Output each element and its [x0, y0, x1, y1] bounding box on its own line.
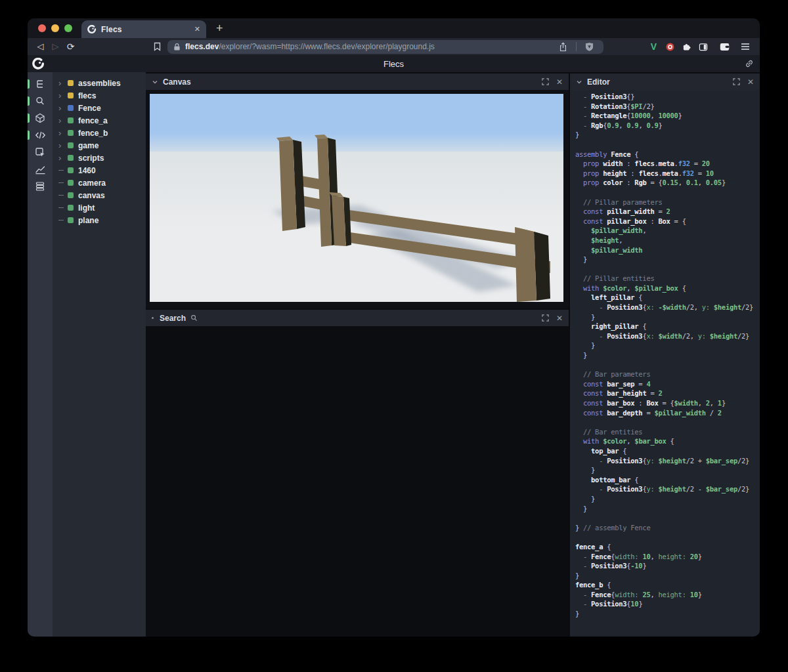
tree-item-flecs[interactable]: ›flecs: [53, 89, 146, 102]
entity-tree: ›assemblies›flecs›Fence›fence_a›fence_b›…: [53, 72, 146, 637]
tree-item-label: scripts: [78, 154, 104, 163]
leaf-dash-icon: [58, 220, 66, 221]
wallet-icon[interactable]: [716, 43, 733, 51]
reload-button[interactable]: ⟳: [63, 38, 78, 55]
code-line: - Position3{10}: [575, 599, 758, 609]
editor-panel-header[interactable]: Editor ✕: [570, 74, 760, 90]
canvas-panel-header[interactable]: Canvas ✕: [146, 74, 569, 90]
entity-kind-swatch: [68, 130, 74, 136]
code-line: - Position3{x: $width/2, y: $height/2}: [575, 331, 758, 341]
lock-icon: [173, 43, 181, 51]
share-icon[interactable]: [555, 42, 571, 52]
menu-icon[interactable]: [737, 43, 753, 51]
close-window-button[interactable]: [38, 24, 46, 32]
canvas-panel: Canvas ✕: [146, 74, 569, 308]
tool-tree-view[interactable]: [28, 75, 53, 93]
tool-search[interactable]: [28, 93, 53, 110]
tree-item-fence_a[interactable]: ›fence_a: [53, 114, 146, 127]
leaf-dash-icon: [58, 182, 66, 184]
entity-kind-swatch: [68, 155, 74, 161]
tool-data-stack[interactable]: [28, 178, 53, 195]
code-line: [575, 532, 758, 542]
sidebar-toggle-icon[interactable]: [695, 43, 711, 51]
browser-tab[interactable]: Flecs ✕: [81, 20, 206, 38]
code-line: }: [575, 494, 758, 504]
code-line: fence_a {: [575, 542, 758, 552]
tool-inspector[interactable]: [28, 144, 53, 161]
expand-chevron-icon[interactable]: ›: [58, 141, 66, 150]
extensions-puzzle-icon[interactable]: [678, 43, 695, 51]
close-panel-icon[interactable]: ✕: [556, 314, 563, 322]
tree-item-light[interactable]: light: [53, 201, 146, 214]
code-line: right_pillar {: [575, 322, 758, 331]
search-icon: [190, 314, 198, 322]
code-line: const bar_sep = 4: [575, 379, 758, 389]
code-line: with $color, $bar_box {: [575, 436, 758, 446]
collapse-chevron-icon[interactable]: [576, 79, 582, 85]
code-line: - Rgb{0.9, 0.9, 0.9}: [575, 121, 758, 131]
code-line: }: [575, 504, 758, 514]
vue-devtools-icon[interactable]: V: [646, 41, 662, 52]
code-line: - Position3{}: [575, 92, 758, 102]
expand-chevron-icon[interactable]: ›: [58, 104, 66, 112]
search-panel: Search ✕: [146, 310, 569, 637]
tool-stats-chart[interactable]: [28, 161, 53, 178]
tree-item-plane[interactable]: plane: [53, 214, 146, 226]
tool-code-editor[interactable]: [28, 127, 53, 144]
3d-viewport[interactable]: [150, 94, 563, 302]
tree-item-camera[interactable]: camera: [53, 177, 146, 189]
collapsed-dot-icon[interactable]: [152, 317, 154, 319]
close-panel-icon[interactable]: ✕: [556, 78, 563, 86]
extension-red-icon[interactable]: [662, 43, 678, 51]
minimize-window-button[interactable]: [51, 24, 59, 32]
address-bar[interactable]: flecs.dev/explorer/?wasm=https://www.fle…: [167, 40, 603, 54]
code-line: left_pillar {: [575, 293, 758, 303]
collapse-chevron-icon[interactable]: [152, 79, 158, 85]
code-line: } // assembly Fence: [575, 523, 758, 533]
share-link-icon[interactable]: [745, 59, 754, 68]
reading-list-icon[interactable]: [149, 42, 165, 51]
expand-chevron-icon[interactable]: ›: [58, 91, 66, 100]
tree-item-game[interactable]: ›game: [53, 139, 146, 152]
close-panel-icon[interactable]: ✕: [747, 78, 754, 86]
tree-item-scripts[interactable]: ›scripts: [53, 152, 146, 164]
code-line: bottom_bar {: [575, 475, 758, 485]
search-panel-body[interactable]: [146, 326, 569, 637]
tab-close-button[interactable]: ✕: [194, 26, 200, 33]
code-line: }: [575, 130, 758, 140]
tree-item-assemblies[interactable]: ›assemblies: [53, 77, 146, 89]
expand-chevron-icon[interactable]: ›: [58, 154, 66, 162]
code-line: const pillar_box : Box = {: [575, 217, 758, 226]
back-button[interactable]: ◁: [33, 38, 48, 55]
new-tab-button[interactable]: +: [216, 22, 223, 35]
tree-item-canvas[interactable]: canvas: [53, 189, 146, 201]
center-column: Canvas ✕: [146, 72, 569, 637]
editor-panel-body[interactable]: - Position3{} - Rotation3{$PI/2} - Recta…: [570, 90, 760, 637]
zoom-window-button[interactable]: [64, 24, 72, 32]
fullscreen-icon[interactable]: [542, 314, 549, 322]
script-editor[interactable]: - Position3{} - Rotation3{$PI/2} - Recta…: [575, 92, 758, 619]
code-line: [575, 360, 758, 370]
tree-item-1460[interactable]: 1460: [53, 164, 146, 177]
leaf-dash-icon: [58, 207, 66, 209]
code-line: assembly Fence {: [575, 150, 758, 159]
tree-item-fence_b[interactable]: ›fence_b: [53, 127, 146, 139]
code-line: $height,: [575, 236, 758, 245]
tree-item-Fence[interactable]: ›Fence: [53, 102, 146, 114]
expand-chevron-icon[interactable]: ›: [58, 116, 66, 125]
expand-chevron-icon[interactable]: ›: [58, 79, 66, 87]
fullscreen-icon[interactable]: [542, 78, 549, 85]
entity-kind-swatch: [68, 217, 74, 223]
tool-entities-cube[interactable]: [28, 110, 53, 127]
code-line: const bar_depth = $pillar_width / 2: [575, 408, 758, 418]
expand-chevron-icon[interactable]: ›: [58, 129, 66, 137]
code-line: [575, 140, 758, 150]
search-panel-header[interactable]: Search ✕: [146, 310, 569, 326]
page-title: Flecs: [28, 59, 760, 69]
brave-shield-icon[interactable]: [581, 42, 598, 51]
code-line: }: [575, 465, 758, 475]
tree-item-label: light: [78, 203, 95, 213]
extensions-area: V: [646, 41, 753, 52]
fullscreen-icon[interactable]: [733, 78, 740, 85]
forward-button[interactable]: ▷: [48, 38, 63, 55]
